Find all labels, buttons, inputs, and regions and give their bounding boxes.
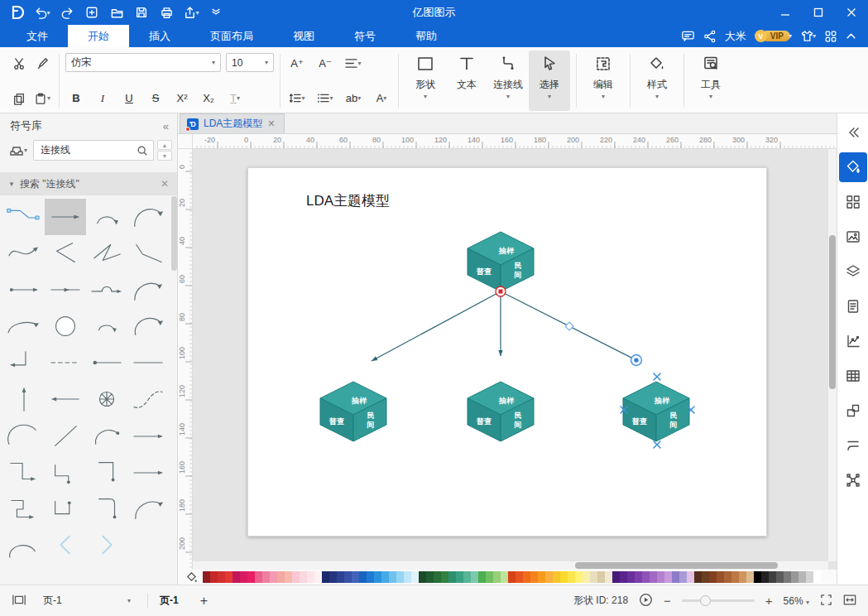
- symbol-elbow-step-arrow[interactable]: [3, 454, 45, 490]
- fit-width-button[interactable]: [843, 594, 856, 609]
- symbol-elbow-left-arrow[interactable]: [3, 344, 45, 381]
- symbol-arc-arrow-ne[interactable]: [127, 490, 169, 527]
- color-swatch[interactable]: [255, 571, 262, 583]
- align-button[interactable]: ▾: [343, 53, 364, 74]
- color-swatch[interactable]: [642, 571, 650, 583]
- color-swatch[interactable]: [262, 571, 270, 583]
- apps-grid-icon[interactable]: [824, 30, 837, 43]
- color-swatch[interactable]: [300, 571, 307, 583]
- color-swatch[interactable]: [769, 571, 776, 583]
- symbol-arrow-left[interactable]: [45, 381, 86, 417]
- sidebar-components-icon[interactable]: [839, 187, 867, 217]
- export-button[interactable]: ▾: [180, 3, 202, 22]
- subscript-button[interactable]: X₂: [198, 88, 219, 108]
- symbol-chevron-left[interactable]: [45, 527, 86, 563]
- search-prev-button[interactable]: ▲: [157, 140, 172, 150]
- menu-tab-6[interactable]: 符号: [334, 25, 396, 47]
- color-swatch[interactable]: [434, 571, 441, 583]
- search-result-section-header[interactable]: ▼ 搜索 "连接线" ✕: [0, 172, 177, 195]
- symbol-circle[interactable]: [45, 308, 86, 344]
- increase-font-button[interactable]: A⁺: [286, 53, 308, 74]
- symbol-line-dashed[interactable]: [45, 344, 86, 381]
- symbol-arrow-up[interactable]: [3, 381, 45, 417]
- color-swatch[interactable]: [352, 571, 359, 583]
- fill-bucket-icon[interactable]: [183, 571, 199, 584]
- color-swatch[interactable]: [501, 571, 508, 583]
- color-swatch[interactable]: [702, 571, 709, 583]
- vertical-scroll-thumb[interactable]: [829, 235, 836, 389]
- color-swatch[interactable]: [724, 571, 731, 583]
- page-selector[interactable]: 页-1▾: [38, 591, 136, 610]
- color-swatch[interactable]: [218, 571, 225, 583]
- zoom-caret[interactable]: ▾: [806, 599, 809, 606]
- symbol-line-dot[interactable]: [86, 344, 127, 381]
- color-swatch[interactable]: [285, 571, 292, 583]
- superscript-button[interactable]: X²: [171, 88, 193, 108]
- redo-button[interactable]: [56, 3, 78, 22]
- color-swatch[interactable]: [784, 571, 791, 583]
- color-swatch[interactable]: [813, 571, 821, 583]
- tools-tool-button[interactable]: 工具▾: [690, 51, 731, 111]
- drawing-canvas[interactable]: LDA主题模型抽样普查民间抽样普查民间抽样普查民间抽样普查民间: [193, 149, 837, 570]
- symbol-line-hop[interactable]: [86, 272, 127, 308]
- color-swatch[interactable]: [516, 571, 523, 583]
- symbol-arc-partial[interactable]: [3, 527, 45, 563]
- color-swatch[interactable]: [672, 571, 679, 583]
- color-swatch[interactable]: [292, 571, 300, 583]
- color-swatch[interactable]: [754, 571, 761, 583]
- symbol-arc-open[interactable]: [3, 417, 45, 454]
- theme-caret[interactable]: ▾: [813, 32, 816, 40]
- font-size-select[interactable]: 10▾: [226, 53, 274, 72]
- color-swatch[interactable]: [374, 571, 381, 583]
- save-button[interactable]: [131, 3, 152, 22]
- symbol-wheel[interactable]: [86, 381, 127, 417]
- fullscreen-button[interactable]: [820, 594, 832, 609]
- copy-button[interactable]: [8, 88, 30, 108]
- color-swatch[interactable]: [612, 571, 620, 583]
- sidebar-network-icon[interactable]: [839, 465, 867, 495]
- color-swatch[interactable]: [448, 571, 456, 583]
- sidebar-flow-icon[interactable]: [839, 431, 867, 460]
- presentation-play-button[interactable]: [639, 593, 653, 609]
- color-swatch[interactable]: [426, 571, 434, 583]
- symbol-line-mid-arrow[interactable]: [45, 272, 86, 308]
- color-swatch[interactable]: [523, 571, 530, 583]
- color-swatch[interactable]: [337, 571, 344, 583]
- symbol-chevron-right[interactable]: [86, 527, 127, 563]
- symbol-angle-line[interactable]: [127, 235, 169, 272]
- library-menu-button[interactable]: ▾: [7, 141, 30, 161]
- symbol-zigzag-right[interactable]: [86, 235, 127, 272]
- horizontal-scroll-thumb[interactable]: [575, 562, 778, 569]
- symbol-arc-arrow-right[interactable]: [86, 199, 127, 235]
- sidebar-table-icon[interactable]: [839, 361, 867, 391]
- zoom-value[interactable]: 56%: [784, 595, 803, 607]
- style-tool-button[interactable]: 样式▾: [636, 51, 678, 111]
- color-swatch[interactable]: [553, 571, 560, 583]
- symbol-line-dot-arrow[interactable]: [3, 272, 45, 308]
- format-painter-button[interactable]: [31, 53, 53, 74]
- color-swatch[interactable]: [568, 571, 575, 583]
- theme-shirt-icon[interactable]: ▾: [800, 29, 816, 43]
- color-swatch[interactable]: [597, 571, 605, 583]
- color-swatch[interactable]: [419, 571, 426, 583]
- color-swatch[interactable]: [650, 571, 657, 583]
- panel-collapse-icon[interactable]: «: [163, 120, 169, 132]
- export-caret[interactable]: ▾: [195, 9, 199, 17]
- zoom-out-button[interactable]: −: [664, 594, 671, 608]
- menu-tab-5[interactable]: 视图: [273, 25, 334, 47]
- text-tool-button[interactable]: 文本: [446, 51, 487, 111]
- color-swatch[interactable]: [240, 571, 247, 583]
- color-swatch[interactable]: [694, 571, 702, 583]
- character-spacing-button[interactable]: ab▾: [343, 88, 364, 108]
- new-document-button[interactable]: [81, 3, 103, 22]
- color-swatch[interactable]: [746, 571, 754, 583]
- symbol-arc-arrow-up[interactable]: [127, 272, 169, 308]
- line-spacing-button[interactable]: ▾: [286, 88, 308, 108]
- color-swatch[interactable]: [806, 571, 813, 583]
- menu-tab-2[interactable]: 开始: [68, 25, 129, 47]
- symbol-search-input[interactable]: [39, 144, 137, 157]
- color-swatch[interactable]: [359, 571, 367, 583]
- color-swatch[interactable]: [664, 571, 672, 583]
- bullet-list-button[interactable]: ▾: [314, 88, 336, 108]
- symbol-elbow-down-dot[interactable]: [45, 454, 86, 490]
